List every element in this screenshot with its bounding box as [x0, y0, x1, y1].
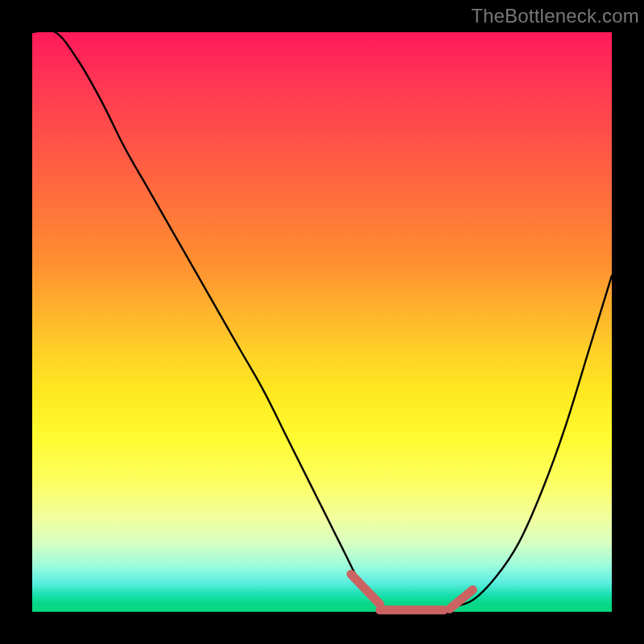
left-marker [351, 574, 380, 604]
chart-svg [32, 32, 612, 612]
bottleneck-curve [32, 30, 612, 610]
markers-group [351, 574, 473, 610]
watermark-text: TheBottleneck.com [471, 5, 639, 27]
plot-area [32, 32, 612, 612]
